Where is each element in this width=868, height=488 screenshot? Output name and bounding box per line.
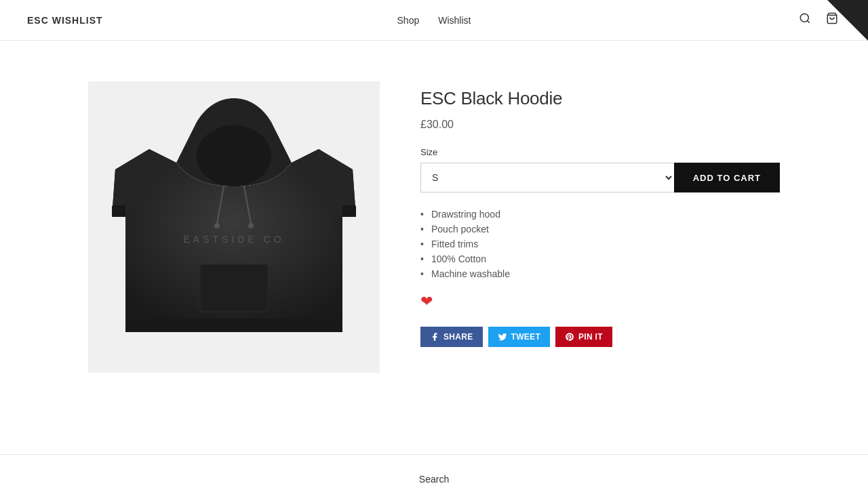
svg-rect-10 <box>112 205 125 217</box>
size-label: Size <box>420 147 780 157</box>
add-to-cart-button[interactable]: ADD TO CART <box>674 163 780 192</box>
product-image: EASTSIDE CO <box>88 81 380 373</box>
cart-button[interactable] <box>823 9 841 30</box>
size-add-row: S M L XL XXL ADD TO CART <box>420 163 780 192</box>
header: ESC WISHLIST Shop Wishlist <box>0 0 868 41</box>
svg-text:EASTSIDE CO: EASTSIDE CO <box>183 234 284 245</box>
search-button[interactable] <box>796 9 814 30</box>
feature-item: Fitted trims <box>420 239 780 249</box>
svg-rect-11 <box>342 205 356 217</box>
feature-item: Machine washable <box>420 268 780 279</box>
feature-item: Pouch pocket <box>420 224 780 235</box>
nav-shop[interactable]: Shop <box>397 15 420 26</box>
footer: Search © 2017, ESC Wishlist Powered by S… <box>0 454 868 488</box>
pinterest-share-label: PIN IT <box>578 332 603 342</box>
svg-rect-9 <box>125 319 342 332</box>
product-price: £30.00 <box>420 119 780 131</box>
size-select[interactable]: S M L XL XXL <box>420 163 674 192</box>
site-logo[interactable]: ESC WISHLIST <box>27 15 103 26</box>
facebook-share-label: SHARE <box>443 332 473 342</box>
product-image-container: EASTSIDE CO <box>88 81 380 373</box>
product-page: EASTSIDE CO ESC Black Hoodie £30.00 Size… <box>61 41 807 413</box>
twitter-share-button[interactable]: TWEET <box>488 327 551 347</box>
product-info: ESC Black Hoodie £30.00 Size S M L XL XX… <box>420 81 780 347</box>
footer-search: Search <box>0 455 868 488</box>
product-title: ESC Black Hoodie <box>420 88 780 109</box>
features-list: Drawstring hood Pouch pocket Fitted trim… <box>420 209 780 279</box>
wishlist-button[interactable]: ❤ <box>420 293 433 310</box>
header-icons <box>796 9 841 30</box>
svg-point-3 <box>197 125 271 186</box>
svg-line-1 <box>807 20 809 22</box>
svg-rect-8 <box>200 264 268 312</box>
footer-search-link[interactable]: Search <box>419 474 449 485</box>
svg-point-7 <box>248 223 254 228</box>
twitter-share-label: TWEET <box>511 332 541 342</box>
svg-point-0 <box>800 14 808 22</box>
feature-item: Drawstring hood <box>420 209 780 220</box>
nav-wishlist[interactable]: Wishlist <box>438 15 471 26</box>
svg-point-6 <box>214 223 220 228</box>
social-share: SHARE TWEET PIN IT <box>420 327 780 347</box>
feature-item: 100% Cotton <box>420 253 780 264</box>
main-nav: Shop Wishlist <box>397 15 471 26</box>
pinterest-share-button[interactable]: PIN IT <box>555 327 612 347</box>
facebook-share-button[interactable]: SHARE <box>420 327 483 347</box>
